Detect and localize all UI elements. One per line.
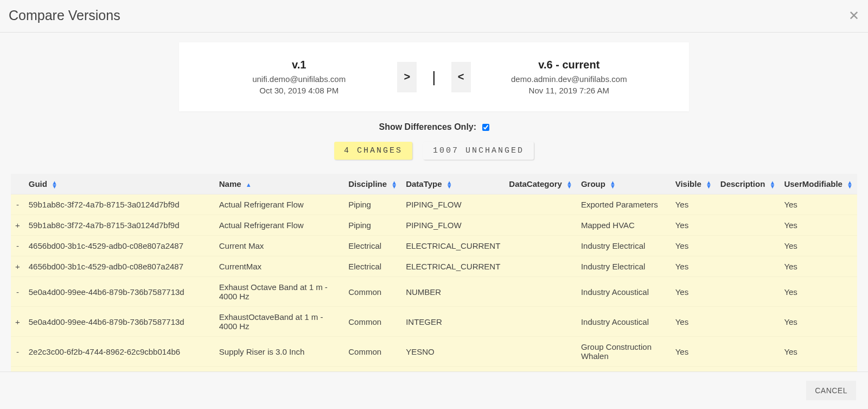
row-datatype: NUMBER <box>401 277 505 307</box>
row-description <box>716 194 780 215</box>
version-right-date: Nov 11, 2019 7:26 AM <box>471 86 667 95</box>
sort-icon: ▲▼ <box>610 181 616 188</box>
col-datacategory[interactable]: DataCategory ▲▼ <box>505 174 577 194</box>
row-group: Industry Acoustical <box>577 277 671 307</box>
version-right: v.6 - current demo.admin.dev@unifilabs.c… <box>471 59 667 95</box>
row-discipline: Common <box>344 277 401 307</box>
col-datacategory-label: DataCategory <box>509 179 562 188</box>
row-visible: Yes <box>671 277 716 307</box>
row-visible: Yes <box>671 236 716 256</box>
row-usermod: Yes <box>780 256 857 277</box>
col-guid-label: Guid <box>29 179 47 188</box>
row-visible: Yes <box>671 215 716 236</box>
row-datacategory <box>505 256 577 277</box>
row-discipline: Common <box>344 367 401 372</box>
row-datatype: ELECTRICAL_CURRENT <box>401 256 505 277</box>
row-group: Industry Acoustical <box>577 307 671 337</box>
row-discipline: Common <box>344 337 401 367</box>
row-usermod: Yes <box>780 367 857 372</box>
row-datacategory <box>505 215 577 236</box>
table-row: +2e2c3c00-6f2b-4744-8962-62c9cbb014b6Sup… <box>11 367 857 372</box>
row-name: Current Max <box>215 236 344 256</box>
row-guid: 4656bd00-3b1c-4529-adb0-c08e807a2487 <box>24 256 215 277</box>
row-guid: 5e0a4d00-99ee-44b6-879b-736b7587713d <box>24 307 215 337</box>
row-name: Supply Riser is 3.0 Inch <box>215 337 344 367</box>
col-group[interactable]: Group ▲▼ <box>577 174 671 194</box>
col-visible[interactable]: Visible ▲▼ <box>671 174 716 194</box>
row-name: CurrentMax <box>215 256 344 277</box>
row-name: Actual Refrigerant Flow <box>215 194 344 215</box>
unchanged-pill[interactable]: 1007 UNCHANGED <box>423 142 534 160</box>
row-name: SupplyRiserIs3Inch <box>215 367 344 372</box>
row-discipline: Piping <box>344 215 401 236</box>
col-name-label: Name <box>219 179 241 188</box>
row-usermod: Yes <box>780 236 857 256</box>
close-icon[interactable]: ✕ <box>848 9 859 22</box>
version-next-button[interactable]: < <box>451 62 471 92</box>
row-datatype: YESNO <box>401 337 505 367</box>
table-row: +4656bd00-3b1c-4529-adb0-c08e807a2487Cur… <box>11 256 857 277</box>
row-usermod: Yes <box>780 337 857 367</box>
sort-asc-icon: ▲ <box>246 181 252 188</box>
row-description <box>716 307 780 337</box>
col-discipline[interactable]: Discipline ▲▼ <box>344 174 401 194</box>
changes-pill[interactable]: 4 CHANGES <box>334 142 412 160</box>
col-description[interactable]: Description ▲▼ <box>716 174 780 194</box>
col-guid[interactable]: Guid ▲▼ <box>24 174 215 194</box>
version-left-title: v.1 <box>201 59 397 71</box>
col-visible-label: Visible <box>675 179 701 188</box>
col-name[interactable]: Name ▲ <box>215 174 344 194</box>
row-guid: 4656bd00-3b1c-4529-adb0-c08e807a2487 <box>24 236 215 256</box>
sort-icon: ▲▼ <box>706 181 712 188</box>
diff-toggle-checkbox[interactable] <box>482 124 489 131</box>
row-datatype: INTEGER <box>401 307 505 337</box>
row-description <box>716 337 780 367</box>
row-datatype: ELECTRICAL_CURRENT <box>401 236 505 256</box>
row-discipline: Common <box>344 307 401 337</box>
row-usermod: Yes <box>780 277 857 307</box>
col-usermod[interactable]: UserModifiable ▲▼ <box>780 174 857 194</box>
row-discipline: Piping <box>344 194 401 215</box>
row-guid: 5e0a4d00-99ee-44b6-879b-736b7587713d <box>24 277 215 307</box>
version-left: v.1 unifi.demo@unifilabs.com Oct 30, 201… <box>201 59 397 95</box>
col-sign <box>11 174 24 194</box>
table-row: +5e0a4d00-99ee-44b6-879b-736b7587713dExh… <box>11 307 857 337</box>
row-description <box>716 215 780 236</box>
row-name: ExhaustOctaveBand at 1 m - 4000 Hz <box>215 307 344 337</box>
row-visible: Yes <box>671 367 716 372</box>
version-left-email: unifi.demo@unifilabs.com <box>201 74 397 84</box>
sort-icon: ▲▼ <box>52 181 58 188</box>
row-datatype: YESNO <box>401 367 505 372</box>
row-datacategory <box>505 277 577 307</box>
cancel-button[interactable]: CANCEL <box>806 381 856 400</box>
row-visible: Yes <box>671 307 716 337</box>
row-guid: 59b1ab8c-3f72-4a7b-8715-3a0124d7bf9d <box>24 215 215 236</box>
row-sign: + <box>11 256 24 277</box>
row-sign: + <box>11 307 24 337</box>
col-group-label: Group <box>581 179 605 188</box>
version-prev-button[interactable]: > <box>397 62 417 92</box>
row-guid: 59b1ab8c-3f72-4a7b-8715-3a0124d7bf9d <box>24 194 215 215</box>
row-datacategory <box>505 367 577 372</box>
sort-icon: ▲▼ <box>770 181 776 188</box>
chevron-left-icon: < <box>458 71 464 83</box>
chevron-right-icon: > <box>404 71 411 83</box>
row-discipline: Electrical <box>344 256 401 277</box>
row-sign: + <box>11 215 24 236</box>
row-visible: Yes <box>671 256 716 277</box>
sort-icon: ▲▼ <box>566 181 572 188</box>
col-datatype[interactable]: DataType ▲▼ <box>401 174 505 194</box>
row-description <box>716 277 780 307</box>
table-row: -4656bd00-3b1c-4529-adb0-c08e807a2487Cur… <box>11 236 857 256</box>
diff-toggle-label: Show Differences Only: <box>379 122 476 131</box>
version-separator: | <box>432 68 436 86</box>
row-datatype: PIPING_FLOW <box>401 215 505 236</box>
row-description <box>716 256 780 277</box>
row-name: Actual Refrigerant Flow <box>215 215 344 236</box>
sort-icon: ▲▼ <box>446 181 452 188</box>
row-sign: - <box>11 337 24 367</box>
row-name: Exhaust Octave Band at 1 m - 4000 Hz <box>215 277 344 307</box>
row-datacategory <box>505 337 577 367</box>
row-visible: Yes <box>671 337 716 367</box>
table-row: +59b1ab8c-3f72-4a7b-8715-3a0124d7bf9dAct… <box>11 215 857 236</box>
